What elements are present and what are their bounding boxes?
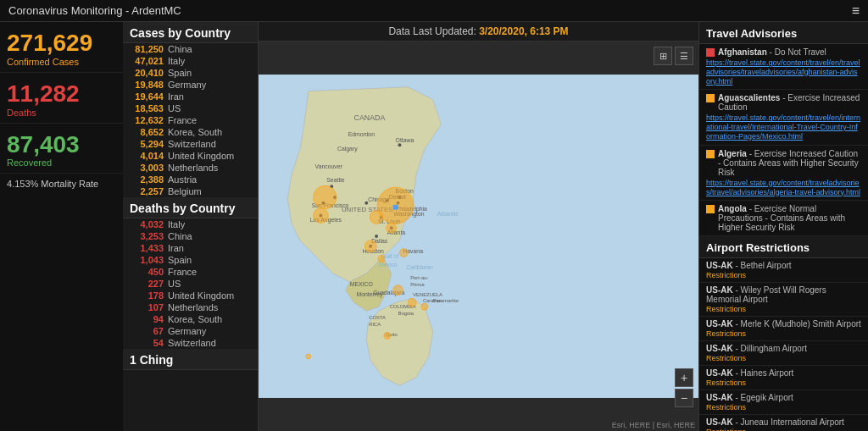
advisory-link[interactable]: https://travel.state.gov/content/travela… [706,179,861,197]
advisory-link[interactable]: https://travel.state.gov/content/travel/… [706,113,861,141]
advisory-text: Algeria - Exercise Increased Caution - C… [718,149,861,177]
case-count: 5,294 [128,139,164,149]
airport-name: - Merle K (Mudhole) Smith Airport [735,319,860,329]
svg-text:Mexico: Mexico [379,262,398,268]
advisory-country: Angola [718,204,747,213]
advisory-item: Aguascalientes - Exercise Increased Caut… [699,90,868,145]
list-item: 54Switzerland [123,337,258,349]
mortality-block: 4.153% Mortality Rate [0,174,123,194]
svg-point-61 [378,256,385,262]
list-item: 2,257Belgium [123,185,258,197]
list-view-button[interactable]: ☰ [675,47,693,65]
country-name: Korea, South [168,314,222,324]
death-count: 107 [128,302,164,312]
death-count: 450 [128,267,164,277]
list-item: 5,294Switzerland [123,138,258,150]
airport-item: US-AK - Dillingham Airport Restrictions [699,341,868,366]
menu-icon[interactable]: ≡ [852,3,860,19]
airport-restrictions-link[interactable]: Restrictions [706,379,746,387]
country-name: US [168,279,181,289]
list-item: 3,003Netherlands [123,162,258,174]
svg-text:Vancouver: Vancouver [315,163,343,169]
list-item: 20,410Spain [123,67,258,79]
recovered-number: 87,403 [7,132,116,158]
confirmed-number: 271,629 [7,30,116,57]
airport-code: US-AK [706,285,733,295]
advisory-text: Angola - Exercise Normal Precautions - C… [718,204,861,232]
country-name: France [168,267,197,277]
svg-text:Calgary: Calgary [337,146,358,152]
advisory-link[interactable]: https://travel.state.gov/content/travel/… [706,58,861,86]
advisory-type: - Do Not Travel [770,47,826,57]
country-name: Italy [168,219,185,229]
airport-code: US-AK [706,261,733,270]
deaths-stat-block: 11,282 Deaths [0,73,123,124]
svg-point-57 [364,240,376,252]
case-count: 2,388 [128,174,164,185]
advisories-list: Afghanistan - Do Not Travel https://trav… [699,44,868,236]
case-count: 19,848 [128,80,164,90]
svg-text:Atlantic: Atlantic [437,210,459,218]
advisory-country: Algeria [718,149,747,158]
airport-name: - Haines Airport [735,368,793,378]
list-item: 19,848Germany [123,79,258,91]
case-count: 4,014 [128,151,164,161]
airport-restrictions-link[interactable]: Restrictions [706,305,746,313]
deaths-section-title: Deaths by Country [123,197,258,218]
zoom-in-button[interactable]: + [675,368,693,387]
country-name: Germany [168,326,206,336]
svg-text:RICA: RICA [369,322,381,327]
grid-view-button[interactable]: ⊞ [654,47,672,65]
country-lists-panel[interactable]: Cases by Country 81,250China47,021Italy2… [123,22,259,431]
map-controls: ⊞ ☰ [654,47,693,65]
case-count: 81,250 [128,44,164,54]
svg-text:CANADA: CANADA [354,113,386,122]
death-count: 54 [128,338,164,348]
svg-text:Paramaribo: Paramaribo [433,298,459,303]
svg-text:MEXICO: MEXICO [350,281,373,287]
airport-restrictions-link[interactable]: Restrictions [706,354,746,362]
advisory-flag-icon [706,48,715,57]
advisory-header: Algeria - Exercise Increased Caution - C… [706,149,861,177]
case-count: 12,632 [128,115,164,125]
country-name: Germany [168,80,206,90]
country-name: France [168,115,197,125]
airport-item: US-AK - Haines Airport Restrictions [699,366,868,390]
advisory-flag-icon [706,205,715,213]
list-item: 1,433Iran [123,242,258,254]
map-svg: CANADA UNITED STATES Seattle Chicago Det… [259,41,698,431]
country-name: Spain [168,255,192,265]
svg-point-55 [314,185,337,208]
cases-section-title: Cases by Country [123,22,258,43]
airport-restrictions-link[interactable]: Restrictions [706,403,746,412]
map-canvas[interactable]: CANADA UNITED STATES Seattle Chicago Det… [259,41,698,431]
case-count: 8,652 [128,127,164,137]
advisory-country: Aguascalientes [718,93,780,102]
zoom-out-button[interactable]: − [675,389,693,407]
death-count: 3,253 [128,231,164,241]
airport-restrictions-link[interactable]: Restrictions [706,329,746,338]
travel-advisories-title: Travel Advisories [699,22,868,44]
case-count: 20,410 [128,68,164,78]
svg-text:Port-au-: Port-au- [410,275,428,280]
advisory-flag-icon [706,150,715,158]
recovered-label: Recovered [7,157,116,168]
svg-text:Edmonton: Edmonton [348,131,375,137]
list-item: 94Korea, South [123,313,258,325]
svg-text:Bogota: Bogota [398,311,415,316]
country-name: Iran [168,91,184,102]
airport-restrictions-link[interactable]: Restrictions [706,271,746,279]
svg-point-64 [421,303,428,310]
country-name: US [168,103,181,113]
advisory-flag-icon [706,94,715,102]
airport-item: US-AK - Bethel Airport Restrictions [699,258,868,283]
list-item: 18,563US [123,102,258,114]
country-name: China [168,44,192,54]
map-zoom-controls: + − [675,368,693,407]
airport-name: - Juneau International Airport [735,417,843,427]
airport-restrictions-link[interactable]: Restrictions [706,428,746,431]
svg-point-56 [370,211,383,224]
country-name: Austria [168,174,197,185]
svg-point-62 [393,285,403,296]
right-panel[interactable]: Travel Advisories Afghanistan - Do Not T… [698,22,868,431]
